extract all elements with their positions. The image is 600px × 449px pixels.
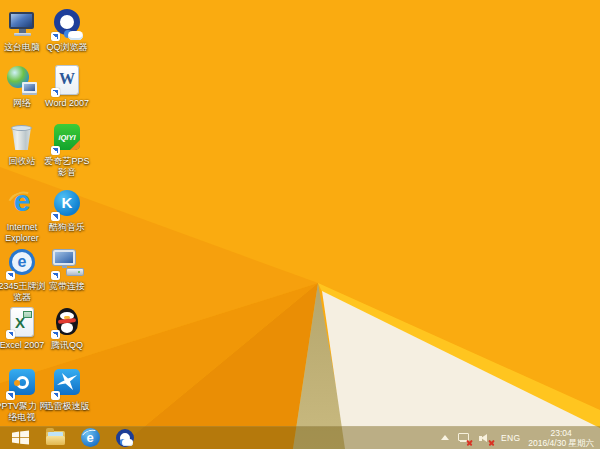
speaker-cone-shape [481, 434, 487, 442]
ie-icon: e [81, 428, 100, 447]
word-icon: W [51, 64, 83, 96]
red-x-badge [488, 439, 495, 446]
language-indicator[interactable]: ENG [501, 433, 520, 443]
qq-browser-button[interactable] [113, 427, 137, 448]
icon-label: 宽带连接 [39, 281, 95, 292]
taskbar: e ENG [0, 426, 600, 449]
shortcut-arrow-icon [51, 146, 60, 155]
internet-explorer-icon: e [6, 188, 38, 220]
internet-explorer-button[interactable]: e [78, 427, 102, 448]
cloud-icon [68, 31, 83, 40]
xunlei-icon [51, 367, 83, 399]
network-icon [6, 64, 38, 96]
show-hidden-icons-caret[interactable] [441, 435, 449, 440]
desktop-icon-xunlei[interactable]: 迅雷极速版 [39, 367, 95, 412]
desktop-icon-iqiyi-pps[interactable]: iQIYI 爱奇艺PPS 影音 [39, 122, 95, 178]
network-disconnected-icon[interactable] [457, 432, 471, 444]
monitor-shape [9, 12, 34, 29]
icon-label: 爱奇艺PPS 影音 [39, 156, 95, 178]
shortcut-arrow-icon [51, 212, 60, 221]
windows-logo-icon [12, 430, 29, 445]
broadband-connection-icon [51, 247, 83, 279]
desktop-icon-broadband[interactable]: 宽带连接 [39, 247, 95, 292]
desktop-icon-qq-browser[interactable]: QQ浏览器 [39, 8, 95, 53]
bin-rim-shape [11, 125, 32, 131]
icon-label: QQ浏览器 [39, 42, 95, 53]
volume-muted-icon[interactable] [479, 432, 493, 444]
icon-label: 酷狗音乐 [39, 222, 95, 233]
word-letter: W [56, 69, 78, 89]
shortcut-arrow-icon [51, 330, 60, 339]
excel-icon: X [6, 306, 38, 338]
computer-icon [6, 8, 38, 40]
desktop-icon-tencent-qq[interactable]: 腾讯QQ [39, 306, 95, 351]
modem-shape [67, 269, 83, 275]
folder-front-shape [46, 436, 65, 445]
pptv-icon [6, 367, 38, 399]
recycle-bin-icon [6, 122, 38, 154]
folder-icon [46, 431, 65, 445]
taskbar-clock[interactable]: 23:04 2016/4/30 星期六 [528, 428, 594, 448]
file-explorer-button[interactable] [43, 427, 67, 448]
monitor-stand-shape [62, 265, 67, 268]
monitor-shape [53, 250, 75, 265]
taskbar-pinned-items: e [0, 427, 137, 448]
modem-led-shape [78, 271, 80, 273]
qq-browser-icon [116, 429, 134, 447]
shortcut-arrow-icon [6, 330, 15, 339]
clock-date: 2016/4/30 星期六 [528, 438, 594, 448]
monitor-base-shape [14, 33, 31, 36]
red-x-badge [466, 439, 473, 446]
desktop-icon-kugou[interactable]: K 酷狗音乐 [39, 188, 95, 233]
iqiyi-icon: iQIYI [51, 122, 83, 154]
icon-label: Word 2007 [39, 98, 95, 109]
shortcut-arrow-icon [51, 32, 60, 41]
system-tray: ENG 23:04 2016/4/30 星期六 [441, 428, 600, 448]
shortcut-arrow-icon [51, 88, 60, 97]
start-button[interactable] [8, 427, 32, 448]
iqiyi-logo-text: iQIYI [54, 133, 80, 142]
2345-browser-icon: e [6, 247, 38, 279]
penguin-belly-shape [61, 323, 73, 333]
shortcut-arrow-icon [6, 271, 15, 280]
desktop: 这台电脑 QQ浏览器 网络 W Word 2007 回收站 [0, 0, 600, 449]
monitor-shape [22, 82, 37, 93]
desktop-icon-word-2007[interactable]: W Word 2007 [39, 64, 95, 109]
clock-time: 23:04 [551, 428, 572, 438]
pptv-orange-dot-shape [14, 380, 20, 386]
qq-browser-icon [51, 8, 83, 40]
cloud-icon [122, 439, 133, 446]
shortcut-arrow-icon [51, 391, 60, 400]
shortcut-arrow-icon [51, 271, 60, 280]
kugou-icon: K [51, 188, 83, 220]
shortcut-arrow-icon [6, 391, 15, 400]
qq-penguin-icon [51, 306, 83, 338]
bin-body-shape [11, 129, 32, 150]
icon-label: 腾讯QQ [39, 340, 95, 351]
icon-label: 迅雷极速版 [39, 401, 95, 412]
